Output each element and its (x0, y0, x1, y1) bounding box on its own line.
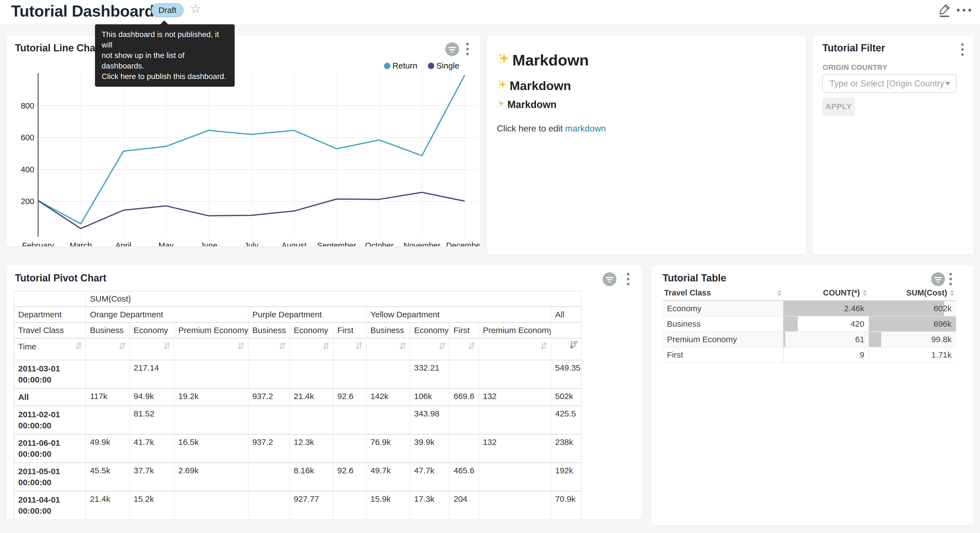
pivot-group-header: Purple Department (248, 307, 366, 322)
more-menu-icon[interactable] (957, 9, 971, 11)
single-series-dot (428, 63, 434, 69)
x-tick-label: February (22, 241, 54, 246)
pivot-leaf-header: Economy (129, 322, 174, 338)
pivot-value-cell: 2.69k (174, 463, 248, 491)
pivot-leaf-header (551, 322, 581, 338)
sparkles-icon (497, 99, 505, 110)
pivot-time-label: Time (18, 342, 37, 351)
pivot-row: 2011-04-0100:00:0021.4k15.2k927.7715.9k1… (14, 491, 581, 519)
pivot-value-cell: 49.9k (86, 434, 129, 463)
legend-item-single[interactable]: Single (428, 61, 459, 70)
markdown-edit-link[interactable]: markdown (565, 123, 606, 133)
markdown-h3-text: Markdown (508, 99, 557, 110)
pivot-sort-cell: ⇵ (449, 338, 479, 360)
filter-indicator-icon[interactable] (603, 272, 616, 286)
markdown-h2-text: Markdown (510, 79, 571, 93)
pivot-value-cell: 502k (551, 389, 581, 406)
pivot-row-label: 2011-05-0100:00:00 (14, 463, 86, 491)
select-placeholder: Type or Select [Origin Country] (830, 79, 945, 89)
pivot-value-cell (248, 491, 290, 519)
table-row: First91.71k (663, 347, 956, 362)
edit-pencil-icon[interactable] (938, 3, 951, 17)
pivot-value-cell (174, 406, 248, 434)
pivot-value-cell (86, 406, 129, 434)
dashboard-page: Tutorial Dashboard Draft ☆ This dashboar… (0, 0, 980, 533)
sort-icon[interactable] (950, 290, 955, 296)
pivot-value-cell: 47.7k (410, 463, 449, 491)
markdown-card: Markdown Markdown Markdown Click here to… (487, 36, 806, 254)
filter-indicator-icon[interactable] (931, 272, 945, 286)
pivot-row: 2011-02-0100:00:0081.52343.98425.5 (14, 406, 581, 434)
legend-item-return[interactable]: Return (384, 61, 417, 70)
draft-badge[interactable]: Draft (151, 3, 184, 17)
col-sum-cost[interactable]: SUM(Cost) (869, 288, 956, 301)
count-cell: 420 (783, 316, 869, 332)
sort-icon[interactable]: ⇵ (540, 341, 547, 351)
pivot-value-cell: 106k (410, 389, 449, 406)
pivot-value-cell: 92.6 (333, 463, 366, 491)
x-tick-label: March (70, 241, 92, 246)
pivot-value-cell: 49.7k (366, 463, 410, 491)
sort-icon[interactable]: ⇵ (278, 341, 286, 351)
pivot-value-cell (333, 434, 366, 463)
pivot-value-cell: 343.98 (410, 406, 449, 434)
pivot-leaf-header: First (449, 322, 479, 338)
sort-icon[interactable]: ⇵ (438, 341, 446, 351)
pivot-leaf-header: Business (86, 322, 129, 338)
pivot-value-cell: 217.14 (129, 360, 174, 389)
pivot-value-cell: 94.9k (129, 389, 174, 406)
sort-icon[interactable]: ⇵ (322, 341, 329, 351)
sort-icon[interactable]: ⇵ (468, 341, 475, 351)
pivot-value-cell: 45.5k (86, 463, 129, 491)
pivot-corner-cell (14, 291, 86, 307)
sort-icon[interactable]: ⇵ (399, 341, 406, 351)
pivot-value-cell: 465.6 (449, 463, 479, 491)
x-tick-label: December (446, 241, 480, 246)
sort-desc-active-icon[interactable] (570, 340, 578, 352)
sort-icon[interactable] (777, 290, 781, 296)
pivot-sort-cell: ⇵ (333, 338, 366, 360)
sort-icon[interactable]: ⇵ (163, 341, 170, 351)
pivot-class-label: Travel Class (14, 322, 86, 338)
table-header-row: Travel Class COUNT(*) SUM(Cost) (663, 288, 956, 301)
pivot-card-title: Tutorial Pivot Chart (15, 272, 106, 284)
x-tick-label: November (404, 241, 441, 246)
pivot-leaf-header: Business (366, 322, 410, 338)
table-kebab-menu-icon[interactable] (949, 273, 952, 285)
x-tick-label: September (317, 241, 356, 246)
pivot-value-cell (333, 491, 366, 519)
legend-label: Single (436, 61, 459, 70)
sort-icon[interactable]: ⇵ (75, 341, 82, 351)
tooltip-line[interactable]: Click here to publish this dashboard. (102, 71, 228, 82)
table-card-title: Tutorial Table (663, 272, 726, 284)
sort-icon[interactable] (863, 290, 867, 296)
apply-button[interactable]: APPLY (822, 97, 855, 116)
sort-icon[interactable]: ⇵ (237, 341, 245, 351)
favorite-star-icon[interactable]: ☆ (190, 1, 201, 16)
pivot-sort-cell: ⇵ (479, 338, 551, 360)
pivot-value-cell (449, 406, 479, 434)
filter-kebab-menu-icon[interactable] (961, 43, 964, 56)
sort-icon[interactable]: ⇵ (355, 341, 363, 351)
pivot-value-cell (366, 360, 410, 389)
col-travel-class[interactable]: Travel Class (663, 288, 783, 301)
origin-country-select[interactable]: Type or Select [Origin Country] (822, 74, 956, 93)
filter-indicator-icon[interactable] (445, 42, 459, 56)
pivot-value-cell: 132 (479, 434, 551, 463)
pivot-value-cell (174, 491, 248, 519)
pivot-kebab-menu-icon[interactable] (627, 273, 629, 285)
pivot-value-cell (248, 406, 290, 434)
pivot-value-cell: 15.9k (366, 491, 410, 519)
markdown-h1-text: Markdown (512, 51, 589, 69)
col-count[interactable]: COUNT(*) (783, 288, 869, 301)
pivot-value-cell: 81.52 (129, 406, 174, 434)
line-chart-plot[interactable]: 200400600800FebruaryMarchAprilMayJuneJul… (6, 71, 480, 246)
pivot-value-cell: 15.2k (129, 491, 174, 519)
chart-kebab-menu-icon[interactable] (466, 43, 469, 55)
legend-label: Return (393, 61, 417, 70)
pivot-value-cell (86, 360, 129, 389)
travel-class-cell: First (663, 347, 783, 362)
pivot-value-cell: 16.5k (174, 434, 248, 463)
pivot-value-cell: 41.7k (129, 434, 174, 463)
sort-icon[interactable]: ⇵ (118, 341, 126, 351)
